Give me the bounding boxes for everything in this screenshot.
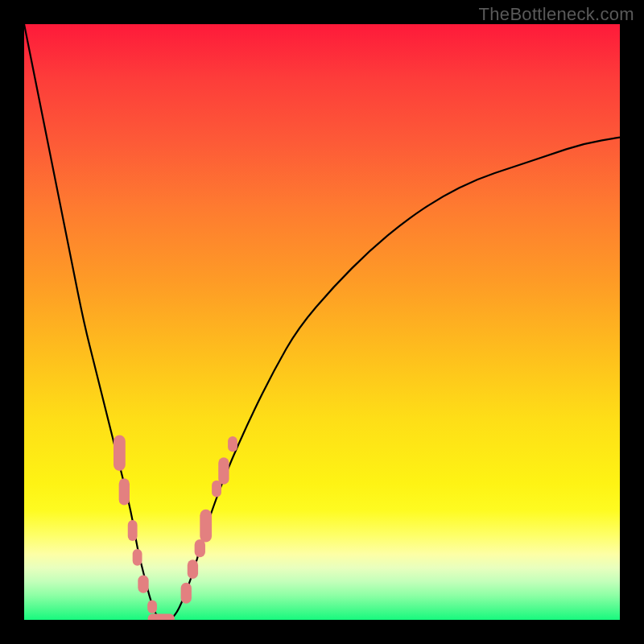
- data-marker: [181, 583, 192, 604]
- data-marker: [195, 539, 205, 557]
- data-marker: [148, 614, 175, 620]
- data-marker: [228, 436, 237, 452]
- plot-area: [24, 24, 620, 620]
- data-marker: [212, 481, 221, 497]
- data-marker: [119, 478, 130, 505]
- chart-frame: TheBottleneck.com: [0, 0, 644, 644]
- data-marker: [114, 436, 126, 471]
- bottleneck-curve: [24, 24, 620, 620]
- data-marker: [133, 549, 142, 566]
- data-marker: [138, 576, 148, 593]
- chart-svg-layer: [24, 24, 620, 620]
- data-markers: [114, 436, 237, 620]
- watermark-text: TheBottleneck.com: [479, 4, 634, 25]
- data-marker: [128, 520, 138, 541]
- data-marker: [218, 457, 229, 484]
- data-marker: [200, 510, 212, 543]
- data-marker: [147, 601, 157, 613]
- data-marker: [188, 559, 198, 579]
